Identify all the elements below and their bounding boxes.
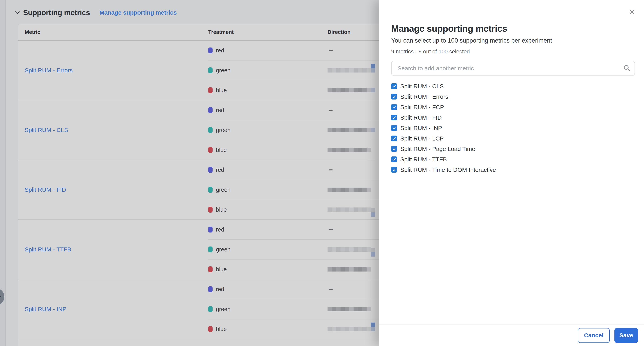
metric-checkbox[interactable]: [391, 146, 397, 152]
metric-checkbox[interactable]: [391, 115, 397, 120]
page: Supporting metrics Manage supporting met…: [0, 0, 644, 346]
metric-checkbox[interactable]: [391, 94, 397, 99]
metric-item-label: Split RUM - LCP: [400, 135, 444, 142]
save-button[interactable]: Save: [614, 328, 638, 343]
metric-item-label: Split RUM - TTFB: [400, 156, 447, 163]
drawer-footer: Cancel Save: [378, 325, 644, 346]
drawer-title: Manage supporting metrics: [391, 23, 635, 34]
metric-list-item[interactable]: Split RUM - Time to DOM Interactive: [391, 165, 635, 175]
metric-item-label: Split RUM - FID: [400, 114, 442, 121]
metric-item-label: Split RUM - FCP: [400, 104, 444, 110]
metric-checkbox[interactable]: [391, 83, 397, 89]
cancel-button[interactable]: Cancel: [578, 328, 610, 343]
metric-list-item[interactable]: Split RUM - Page Load Time: [391, 144, 635, 154]
metric-checkbox[interactable]: [391, 167, 397, 173]
metric-item-label: Split RUM - Time to DOM Interactive: [400, 166, 496, 173]
metric-checkbox[interactable]: [391, 104, 397, 110]
metric-checkbox[interactable]: [391, 136, 397, 141]
metric-list-item[interactable]: Split RUM - LCP: [391, 133, 635, 144]
modal-dim-overlay[interactable]: [0, 0, 378, 346]
drawer-body: Manage supporting metrics You can select…: [378, 0, 644, 325]
metric-list-item[interactable]: Split RUM - Errors: [391, 91, 635, 102]
metric-item-label: Split RUM - Errors: [400, 93, 448, 100]
drawer-subtitle: You can select up to 100 supporting metr…: [391, 37, 635, 44]
search-icon: [624, 65, 630, 72]
metric-item-label: Split RUM - INP: [400, 125, 442, 131]
metric-list-item[interactable]: Split RUM - INP: [391, 123, 635, 133]
results-pane: Supporting metrics Manage supporting met…: [0, 0, 378, 346]
metric-item-label: Split RUM - CLS: [400, 83, 444, 90]
manage-supporting-metrics-drawer: Manage supporting metrics You can select…: [378, 0, 644, 346]
metric-search-input[interactable]: [391, 61, 635, 76]
metric-checkbox-list: Split RUM - CLSSplit RUM - ErrorsSplit R…: [391, 81, 635, 175]
metric-list-item[interactable]: Split RUM - CLS: [391, 81, 635, 91]
metric-checkbox[interactable]: [391, 156, 397, 162]
selected-count-text: 9 metrics · 9 out of 100 selected: [391, 48, 635, 55]
metric-list-item[interactable]: Split RUM - TTFB: [391, 154, 635, 165]
metric-list-item[interactable]: Split RUM - FID: [391, 112, 635, 123]
metric-checkbox[interactable]: [391, 125, 397, 131]
metric-list-item[interactable]: Split RUM - FCP: [391, 102, 635, 112]
metric-search: [391, 61, 635, 76]
metric-item-label: Split RUM - Page Load Time: [400, 146, 475, 152]
